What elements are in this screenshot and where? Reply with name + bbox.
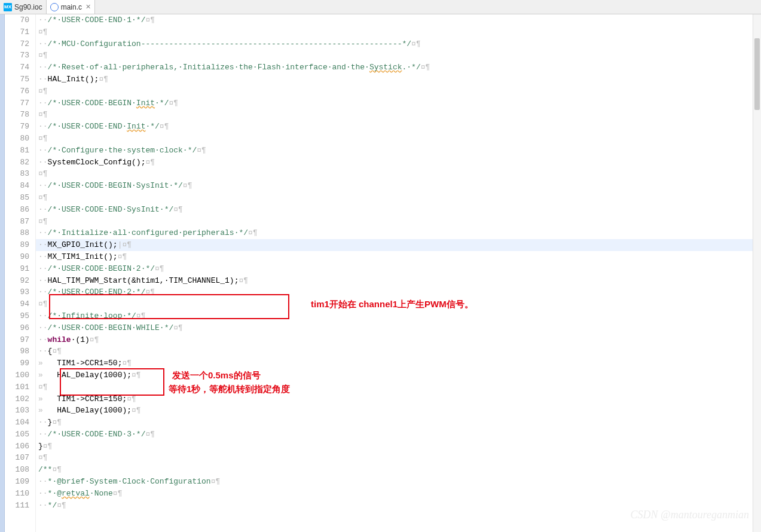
code-line[interactable]: ¤¶ <box>36 216 761 228</box>
code-line[interactable]: ¤¶ <box>36 109 761 121</box>
line-number: 88 <box>5 227 29 239</box>
line-number: 93 <box>5 286 29 298</box>
code-line[interactable]: ··MX_GPIO_Init();|¤¶ <box>36 239 761 251</box>
tab-label: Sg90.ioc <box>14 3 42 11</box>
scrollbar[interactable] <box>753 14 761 532</box>
line-number: 102 <box>5 393 29 405</box>
code-line[interactable]: ··/*·Initialize·all·configured·periphera… <box>36 227 761 239</box>
tab-main-c[interactable]: main.c ✕ <box>47 0 95 14</box>
close-icon[interactable]: ✕ <box>85 3 91 11</box>
code-line[interactable]: /**¤¶ <box>36 464 761 476</box>
line-number: 78 <box>5 109 29 121</box>
line-number: 73 <box>5 50 29 62</box>
annotation-text-3: 等待1秒，等舵机转到指定角度 <box>169 384 290 395</box>
line-number: 105 <box>5 429 29 441</box>
line-number: 84 <box>5 180 29 192</box>
code-line[interactable]: ¤¶ <box>36 452 761 464</box>
code-line[interactable]: ··/*·USER·CODE·END·3·*/¤¶ <box>36 429 761 441</box>
line-number: 95 <box>5 310 29 322</box>
line-number: 108 <box>5 464 29 476</box>
line-number: 76 <box>5 85 29 97</box>
code-line[interactable]: ··/*·USER·CODE·END·1·*/¤¶ <box>36 14 761 26</box>
tab-sg90-ioc[interactable]: MX Sg90.ioc <box>0 0 47 14</box>
line-number: 96 <box>5 322 29 334</box>
line-number: 98 <box>5 346 29 357</box>
line-number: 100 <box>5 369 29 381</box>
line-number: 106 <box>5 441 29 452</box>
code-line[interactable]: ¤¶ <box>36 381 761 393</box>
annotation-text-1: tim1开始在 channel1上产生PWM信号。 <box>311 299 473 310</box>
line-number: 79 <box>5 121 29 133</box>
code-line[interactable]: ··}¤¶ <box>36 417 761 429</box>
code-line[interactable]: ··HAL_TIM_PWM_Start(&htim1,·TIM_CHANNEL_… <box>36 275 761 287</box>
annotation-text-2: 发送一个0.5ms的信号 <box>172 370 261 381</box>
line-number: 80 <box>5 133 29 145</box>
line-number: 70 <box>5 14 29 26</box>
code-line[interactable]: ¤¶ <box>36 192 761 204</box>
tab-label: main.c <box>61 3 82 11</box>
line-number: 89 <box>5 239 29 251</box>
line-number: 85 <box>5 192 29 204</box>
line-number: 94 <box>5 298 29 310</box>
code-line[interactable]: » HAL_Delay(1000);¤¶ <box>36 405 761 417</box>
code-line[interactable]: ··/*·Reset·of·all·peripherals,·Initializ… <box>36 62 761 74</box>
tab-bar: MX Sg90.ioc main.c ✕ <box>0 0 761 14</box>
code-line[interactable]: }¤¶ <box>36 441 761 452</box>
code-line[interactable]: ··/*·USER·CODE·END·Init·*/¤¶ <box>36 121 761 133</box>
code-line[interactable]: ¤¶ <box>36 85 761 97</box>
line-number: 104 <box>5 417 29 429</box>
editor: 7071727374757677787980818283848586878889… <box>0 14 761 532</box>
code-line[interactable]: ··/*·Configure·the·system·clock·*/¤¶ <box>36 145 761 157</box>
code-line[interactable]: ··*/¤¶ <box>36 500 761 512</box>
line-number: 101 <box>5 381 29 393</box>
line-number: 86 <box>5 204 29 216</box>
line-number: 81 <box>5 145 29 157</box>
line-number: 92 <box>5 275 29 287</box>
code-line[interactable]: ¤¶ <box>36 26 761 38</box>
line-number: 99 <box>5 357 29 369</box>
line-number: 103 <box>5 405 29 417</box>
line-number: 107 <box>5 452 29 464</box>
line-number: 97 <box>5 334 29 346</box>
line-number: 75 <box>5 74 29 85</box>
code-line[interactable]: ··{¤¶ <box>36 346 761 357</box>
c-file-icon <box>50 3 59 11</box>
code-line[interactable]: ··while·(1)¤¶ <box>36 334 761 346</box>
code-line[interactable]: ··*·@brief·System·Clock·Configuration¤¶ <box>36 476 761 488</box>
code-line[interactable]: ¤¶ <box>36 168 761 180</box>
code-line[interactable]: ··/*·USER·CODE·BEGIN·WHILE·*/¤¶ <box>36 322 761 334</box>
code-line[interactable]: ··/*·USER·CODE·BEGIN·Init·*/¤¶ <box>36 97 761 109</box>
scroll-thumb[interactable] <box>754 38 760 110</box>
line-number: 77 <box>5 97 29 109</box>
code-line[interactable]: ¤¶ <box>36 133 761 145</box>
code-line[interactable]: ··MX_TIM1_Init();¤¶ <box>36 251 761 263</box>
line-number: 90 <box>5 251 29 263</box>
code-line[interactable]: » HAL_Delay(1000);¤¶ <box>36 369 761 381</box>
code-line[interactable]: ··/*·USER·CODE·END·2·*/¤¶ <box>36 286 761 298</box>
code-line[interactable]: » TIM1->CCR1=50;¤¶ <box>36 357 761 369</box>
mx-icon: MX <box>4 3 12 11</box>
overview-ruler <box>0 14 5 532</box>
line-number: 82 <box>5 157 29 169</box>
code-line[interactable]: ··HAL_Init();¤¶ <box>36 74 761 85</box>
code-line[interactable]: ··/*·USER·CODE·END·SysInit·*/¤¶ <box>36 204 761 216</box>
line-number: 71 <box>5 26 29 38</box>
line-number: 110 <box>5 488 29 500</box>
code-line[interactable]: ··/*·Infinite·loop·*/¤¶ <box>36 310 761 322</box>
line-number: 83 <box>5 168 29 180</box>
code-line[interactable]: ··/*·MCU·Configuration------------------… <box>36 38 761 50</box>
line-number: 109 <box>5 476 29 488</box>
line-number: 111 <box>5 500 29 512</box>
code-line[interactable]: ··*·@retval·None¤¶ <box>36 488 761 500</box>
line-number: 91 <box>5 263 29 275</box>
line-number: 74 <box>5 62 29 74</box>
code-line[interactable]: ··SystemClock_Config();¤¶ <box>36 157 761 169</box>
line-number: 87 <box>5 216 29 228</box>
code-line[interactable]: ··/*·USER·CODE·BEGIN·2·*/¤¶ <box>36 263 761 275</box>
line-number: 72 <box>5 38 29 50</box>
code-line[interactable]: ··/*·USER·CODE·BEGIN·SysInit·*/¤¶ <box>36 180 761 192</box>
code-line[interactable]: ¤¶ <box>36 50 761 62</box>
line-number-gutter: 7071727374757677787980818283848586878889… <box>5 14 36 532</box>
code-area[interactable]: ··/*·USER·CODE·END·1·*/¤¶¤¶··/*·MCU·Conf… <box>36 14 761 532</box>
code-line[interactable]: » TIM1->CCR1=150;¤¶ <box>36 393 761 405</box>
